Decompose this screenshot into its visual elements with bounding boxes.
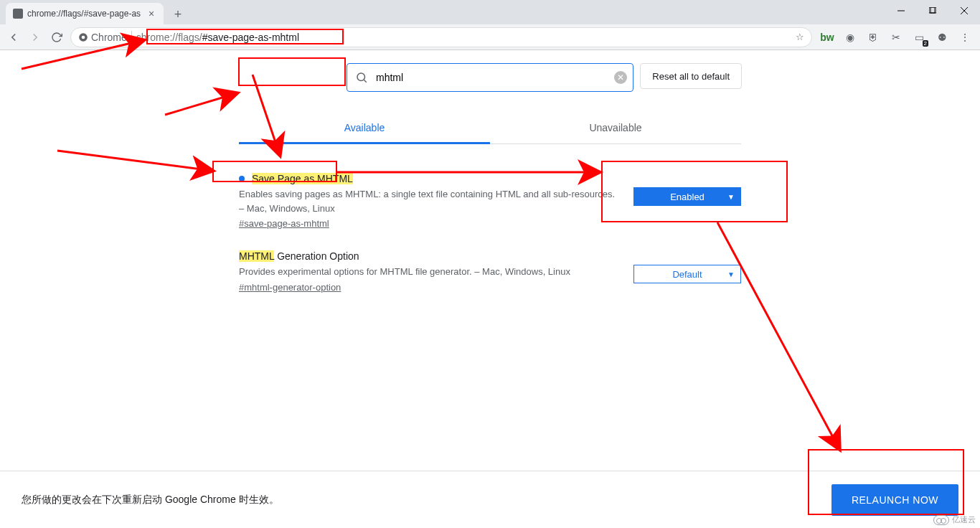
omnibox-separator bbox=[131, 31, 132, 44]
flag-item: MHTML Generation Option Provides experim… bbox=[239, 243, 741, 307]
nav-forward-icon bbox=[27, 29, 43, 45]
flags-page: ✕ Reset all to default Available Unavail… bbox=[0, 50, 980, 307]
nav-back-icon[interactable] bbox=[6, 29, 22, 45]
flag-description: Enables saving pages as MHTML: a single … bbox=[239, 187, 619, 215]
omnibox[interactable]: Chrome chrome://flags/#save-page-as-mhtm… bbox=[70, 27, 812, 47]
flag-item: Save Page as MHTML Enables saving pages … bbox=[239, 166, 741, 243]
close-icon: ✕ bbox=[614, 71, 627, 84]
browser-toolbar: Chrome chrome://flags/#save-page-as-mhtm… bbox=[0, 24, 980, 50]
flag-list: Save Page as MHTML Enables saving pages … bbox=[239, 166, 741, 307]
extension-icon-shield[interactable]: ◉ bbox=[844, 31, 857, 44]
flags-search-input[interactable] bbox=[376, 64, 608, 91]
changed-dot-icon bbox=[239, 176, 245, 182]
browser-titlebar: chrome://flags/#save-page-as × + bbox=[0, 0, 980, 24]
omnibox-origin-chip: Chrome bbox=[78, 32, 127, 43]
window-maximize-icon[interactable] bbox=[917, 0, 948, 22]
nav-reload-icon[interactable] bbox=[49, 29, 65, 45]
flags-header: ✕ Reset all to default bbox=[0, 50, 980, 99]
svg-rect-1 bbox=[929, 7, 935, 13]
browser-menu-icon[interactable]: ⋮ bbox=[958, 31, 971, 44]
chrome-icon bbox=[78, 32, 88, 42]
extension-icon-cast[interactable]: ▭2 bbox=[913, 31, 925, 44]
search-icon bbox=[347, 71, 376, 84]
omnibox-url: chrome://flags/#save-page-as-mhtml bbox=[136, 32, 299, 43]
restart-bar: 您所做的更改会在下次重新启动 Google Chrome 时生效。 RELAUN… bbox=[0, 471, 980, 528]
extension-icon-guard[interactable]: ⛨ bbox=[867, 31, 880, 44]
chevron-down-icon: ▼ bbox=[727, 193, 735, 201]
new-tab-button[interactable]: + bbox=[168, 4, 188, 24]
extension-icon-profile[interactable]: ⚉ bbox=[936, 31, 948, 44]
svg-line-8 bbox=[364, 80, 366, 82]
flag-anchor-link[interactable]: #save-page-as-mhtml bbox=[239, 218, 329, 229]
extension-row: bw ◉ ⛨ ✂ ▭2 ⚉ ⋮ bbox=[818, 31, 974, 44]
tab-unavailable[interactable]: Unavailable bbox=[490, 113, 741, 143]
search-clear-button[interactable]: ✕ bbox=[608, 71, 633, 84]
flag-description: Provides experimental options for MHTML … bbox=[239, 265, 619, 279]
flag-anchor-link[interactable]: #mhtml-generator-option bbox=[239, 282, 341, 293]
window-close-icon[interactable] bbox=[948, 0, 980, 22]
svg-rect-2 bbox=[930, 7, 936, 13]
bookmark-star-icon[interactable]: ☆ bbox=[796, 32, 804, 42]
svg-point-6 bbox=[82, 35, 85, 39]
flag-select[interactable]: Enabled ▼ bbox=[633, 187, 741, 206]
relaunch-button[interactable]: RELAUNCH NOW bbox=[831, 484, 958, 516]
reset-all-button[interactable]: Reset all to default bbox=[640, 63, 742, 89]
watermark: 亿速云 bbox=[933, 514, 976, 525]
extension-icon-clip[interactable]: ✂ bbox=[890, 31, 903, 44]
flags-search-box[interactable]: ✕ bbox=[347, 63, 633, 92]
watermark-icon bbox=[933, 515, 949, 525]
flag-title: Save Page as MHTML bbox=[239, 173, 353, 184]
window-controls bbox=[885, 0, 980, 22]
restart-message: 您所做的更改会在下次重新启动 Google Chrome 时生效。 bbox=[22, 494, 279, 506]
flags-tabs: Available Unavailable bbox=[239, 113, 741, 144]
tab-available[interactable]: Available bbox=[239, 113, 490, 144]
flag-title: MHTML Generation Option bbox=[239, 250, 359, 262]
flag-select[interactable]: Default ▼ bbox=[633, 265, 741, 283]
browser-tab[interactable]: chrome://flags/#save-page-as × bbox=[6, 3, 164, 24]
svg-point-7 bbox=[357, 73, 365, 81]
chevron-down-icon: ▼ bbox=[727, 270, 735, 278]
window-minimize-icon[interactable] bbox=[885, 0, 917, 22]
tab-title: chrome://flags/#save-page-as bbox=[27, 9, 142, 19]
tab-favicon bbox=[13, 9, 23, 19]
extension-icon-bw[interactable]: bw bbox=[821, 31, 834, 44]
tab-close-icon[interactable]: × bbox=[146, 9, 156, 19]
